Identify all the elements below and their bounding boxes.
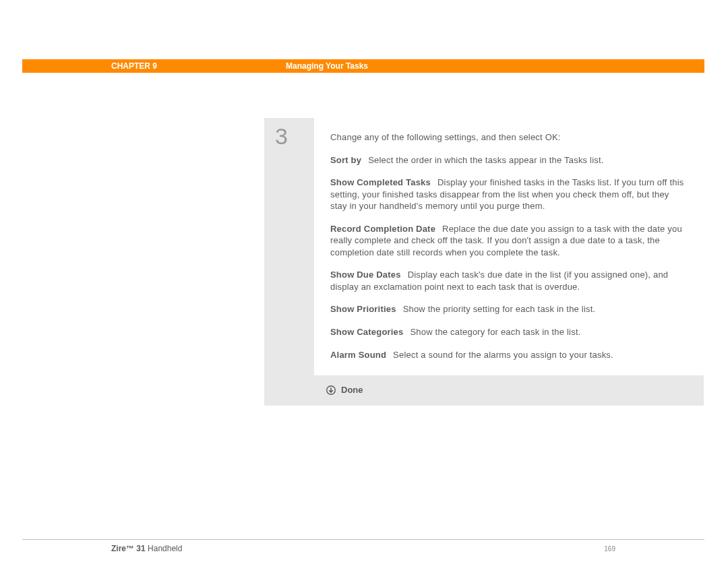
done-row: Done xyxy=(264,375,704,406)
setting-label: Alarm Sound xyxy=(330,350,386,360)
setting-label: Show Completed Tasks xyxy=(330,177,431,187)
setting-show-due-dates: Show Due DatesDisplay each task's due da… xyxy=(330,269,688,292)
step-number: 3 xyxy=(275,125,314,148)
setting-alarm-sound: Alarm SoundSelect a sound for the alarms… xyxy=(330,349,688,361)
setting-desc: Show the priority setting for each task … xyxy=(403,304,596,314)
setting-desc: Select a sound for the alarms you assign… xyxy=(393,350,613,360)
setting-label: Show Priorities xyxy=(330,304,396,314)
setting-record-completion: Record Completion DateReplace the due da… xyxy=(330,223,688,259)
page-footer: Zire™ 31 Handheld 169 xyxy=(22,539,704,553)
setting-desc: Show the category for each task in the l… xyxy=(410,327,580,337)
setting-label: Sort by xyxy=(330,155,361,165)
done-label: Done xyxy=(341,385,363,395)
product-name-bold: Zire™ 31 xyxy=(111,544,146,553)
chapter-header: CHAPTER 9 Managing Your Tasks xyxy=(22,59,704,73)
chapter-title: Managing Your Tasks xyxy=(286,61,368,71)
setting-label: Show Categories xyxy=(330,327,403,337)
product-name: Zire™ 31 Handheld xyxy=(111,544,182,553)
step-body: Change any of the following settings, an… xyxy=(314,118,704,375)
step-intro: Change any of the following settings, an… xyxy=(330,131,688,144)
setting-sort-by: Sort bySelect the order in which the tas… xyxy=(330,154,688,166)
page-number: 169 xyxy=(604,545,615,553)
step-number-column: 3 xyxy=(264,118,314,375)
chapter-label: CHAPTER 9 xyxy=(111,61,157,71)
step-box: 3 Change any of the following settings, … xyxy=(264,118,704,406)
setting-show-completed: Show Completed TasksDisplay your finishe… xyxy=(330,177,688,212)
setting-label: Show Due Dates xyxy=(330,270,401,280)
setting-desc: Select the order in which the tasks appe… xyxy=(368,155,603,165)
product-name-rest: Handheld xyxy=(146,544,183,553)
done-arrow-icon xyxy=(326,385,336,395)
setting-show-priorities: Show PrioritiesShow the priority setting… xyxy=(330,303,688,315)
setting-label: Record Completion Date xyxy=(330,224,435,234)
setting-show-categories: Show CategoriesShow the category for eac… xyxy=(330,326,688,338)
